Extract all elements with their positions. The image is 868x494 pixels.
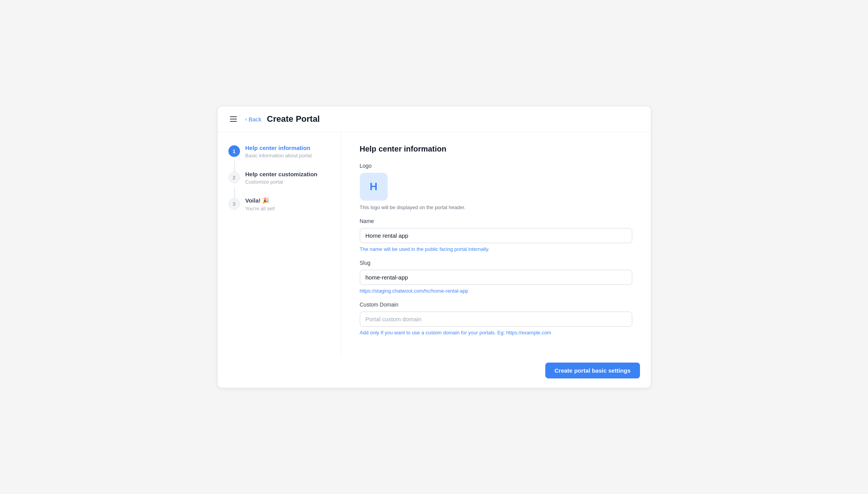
custom-domain-hint: Add only If you want to use a custom dom…: [360, 330, 632, 336]
footer: Create portal basic settings: [218, 356, 651, 388]
logo-group: Logo H This logo will be displayed on th…: [360, 163, 632, 210]
name-group: Name The name will be used in the public…: [360, 218, 632, 252]
name-hint: The name will be used in the public faci…: [360, 246, 632, 252]
slug-group: Slug https://staging.chatwoot.com/hc/hom…: [360, 260, 632, 294]
slug-url-hint: https://staging.chatwoot.com/hc/home-ren…: [360, 288, 632, 294]
step-item-2: 2 Help center customization Customize po…: [228, 171, 330, 197]
logo-hint: This logo will be displayed on the porta…: [360, 204, 632, 210]
sidebar: 1 Help center information Basic informat…: [218, 132, 341, 356]
create-portal-button[interactable]: Create portal basic settings: [545, 363, 640, 378]
name-label: Name: [360, 218, 632, 224]
custom-domain-group: Custom Domain Add only If you want to us…: [360, 302, 632, 336]
custom-domain-label: Custom Domain: [360, 302, 632, 308]
main-content: Help center information Logo H This logo…: [341, 132, 651, 356]
step-title-2: Help center customization: [245, 171, 330, 177]
step-desc-2: Customize portal: [245, 179, 330, 185]
logo-label: Logo: [360, 163, 632, 169]
step-number-2: 2: [228, 172, 240, 183]
chevron-left-icon: ‹: [245, 116, 247, 122]
logo-preview[interactable]: H: [360, 173, 388, 201]
form-section-title: Help center information: [360, 145, 632, 153]
back-label: Back: [248, 116, 261, 123]
step-item-3: 3 Voila! 🎉 You're all set!: [228, 197, 330, 224]
step-text-3: Voila! 🎉 You're all set!: [245, 197, 330, 224]
page-title: Create Portal: [267, 114, 320, 124]
content-area: 1 Help center information Basic informat…: [218, 132, 651, 356]
menu-icon[interactable]: [228, 115, 238, 123]
step-title-1: Help center information: [245, 145, 330, 151]
step-desc-3: You're all set!: [245, 206, 330, 211]
step-desc-1: Basic information about portal: [245, 153, 330, 158]
back-button[interactable]: ‹ Back: [245, 116, 262, 123]
step-text-1: Help center information Basic informatio…: [245, 145, 330, 171]
step-item-1: 1 Help center information Basic informat…: [228, 145, 330, 171]
slug-input[interactable]: [360, 270, 632, 285]
step-text-2: Help center customization Customize port…: [245, 171, 330, 197]
header: ‹ Back Create Portal: [218, 106, 651, 132]
step-title-3: Voila! 🎉: [245, 197, 330, 204]
step-number-3: 3: [228, 198, 240, 210]
slug-label: Slug: [360, 260, 632, 266]
name-input[interactable]: [360, 228, 632, 243]
step-list: 1 Help center information Basic informat…: [228, 145, 330, 224]
custom-domain-input[interactable]: [360, 312, 632, 327]
step-number-1: 1: [228, 145, 240, 157]
page-container: ‹ Back Create Portal 1 Help center infor…: [217, 106, 651, 388]
